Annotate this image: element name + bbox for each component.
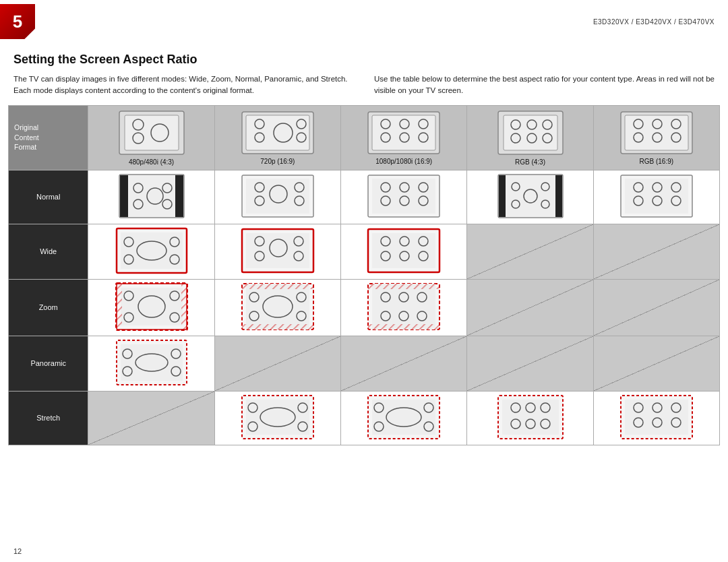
table-header-row: Original Content Format: [9, 105, 720, 170]
table-row-stretch: Stretch: [9, 391, 720, 445]
col-header-rgb169: RGB (16:9): [593, 105, 719, 170]
cell-stretch-rgb43: [467, 391, 593, 445]
cell-panoramic-720: [214, 336, 340, 391]
svg-rect-114: [242, 324, 313, 330]
cell-wide-1080: [341, 224, 467, 279]
table-row-panoramic: Panoramic: [9, 336, 720, 391]
col-header-rgb43: RGB (4:3): [467, 105, 593, 170]
description-right: Use the table below to determine the bes…: [374, 73, 715, 97]
cell-wide-480: [88, 224, 214, 279]
col-label-1080: 1080p/1080i (16:9): [344, 158, 464, 165]
cell-panoramic-1080: [341, 336, 467, 391]
cell-wide-720: [214, 224, 340, 279]
svg-rect-122: [372, 284, 435, 330]
row-label-zoom: Zoom: [9, 279, 88, 336]
row-label-stretch: Stretch: [9, 391, 88, 445]
table-row-wide: Wide: [9, 224, 720, 279]
table-row-zoom: Zoom: [9, 279, 720, 336]
header-tv-720: [241, 111, 315, 155]
aspect-table-wrapper: Original Content Format: [0, 105, 728, 454]
header-tv-1080: [367, 111, 441, 155]
cell-normal-rgb43: [467, 170, 593, 224]
chapter-badge: 5: [0, 4, 35, 39]
cell-zoom-480: [88, 279, 214, 336]
cell-stretch-720: [214, 391, 340, 445]
svg-rect-113: [242, 284, 313, 289]
table-row-normal: Normal: [9, 170, 720, 224]
page-header: 5 E3D320VX / E3D420VX / E3D470VX: [0, 0, 728, 43]
cell-normal-rgb169: [593, 170, 719, 224]
description-row: The TV can display images in five differ…: [0, 73, 728, 105]
header-tv-rgb169: [619, 111, 694, 155]
col-label-rgb169: RGB (16:9): [597, 158, 717, 165]
cell-wide-rgb169: [593, 224, 719, 279]
aspect-ratio-table: Original Content Format: [8, 105, 720, 445]
cell-panoramic-rgb43: [467, 336, 593, 391]
row-label-normal: Normal: [9, 170, 88, 224]
svg-rect-78: [121, 232, 183, 269]
svg-rect-61: [499, 175, 506, 217]
page-title: Setting the Screen Aspect Ratio: [0, 43, 728, 73]
cell-normal-720: [214, 170, 340, 224]
svg-rect-109: [181, 284, 187, 330]
svg-rect-37: [120, 175, 128, 217]
cell-zoom-1080: [341, 279, 467, 336]
cell-panoramic-480: [88, 336, 214, 391]
description-left: The TV can display images in five differ…: [13, 73, 354, 97]
svg-rect-124: [368, 324, 439, 330]
svg-rect-1: [125, 115, 179, 150]
svg-rect-63: [506, 175, 555, 217]
model-number: E3D320VX / E3D420VX / E3D470VX: [593, 18, 715, 26]
cell-stretch-1080: [341, 391, 467, 445]
original-content-format-label: Original Content Format: [9, 105, 88, 170]
row-label-panoramic: Panoramic: [9, 336, 88, 391]
header-tv-rgb43: [497, 110, 564, 156]
col-label-720: 720p (16:9): [218, 158, 338, 165]
cell-stretch-rgb169: [593, 391, 719, 445]
col-header-1080: 1080p/1080i (16:9): [341, 105, 467, 170]
cell-panoramic-rgb169: [593, 336, 719, 391]
col-header-480: 480p/480i (4:3): [88, 105, 214, 170]
cell-normal-480: [88, 170, 214, 224]
cell-normal-1080: [341, 170, 467, 224]
svg-rect-39: [128, 175, 175, 217]
cell-stretch-480: [88, 391, 214, 445]
cell-zoom-rgb169: [593, 279, 719, 336]
svg-rect-101: [121, 288, 183, 325]
svg-rect-139: [246, 400, 309, 435]
cell-zoom-rgb43: [467, 279, 593, 336]
svg-rect-112: [246, 284, 309, 330]
header-tv-480: [118, 110, 185, 156]
svg-rect-146: [372, 400, 435, 435]
svg-rect-108: [117, 284, 122, 330]
svg-rect-153: [502, 400, 559, 435]
col-header-720: 720p (16:9): [214, 105, 340, 170]
svg-rect-62: [555, 175, 562, 217]
page-number: 12: [13, 547, 22, 555]
svg-rect-123: [368, 284, 439, 289]
col-label-480: 480p/480i (4:3): [91, 158, 211, 166]
row-label-wide: Wide: [9, 224, 88, 279]
col-label-rgb43: RGB (4:3): [470, 158, 590, 166]
svg-rect-38: [175, 175, 183, 217]
cell-zoom-720: [214, 279, 340, 336]
cell-wide-rgb43: [467, 224, 593, 279]
